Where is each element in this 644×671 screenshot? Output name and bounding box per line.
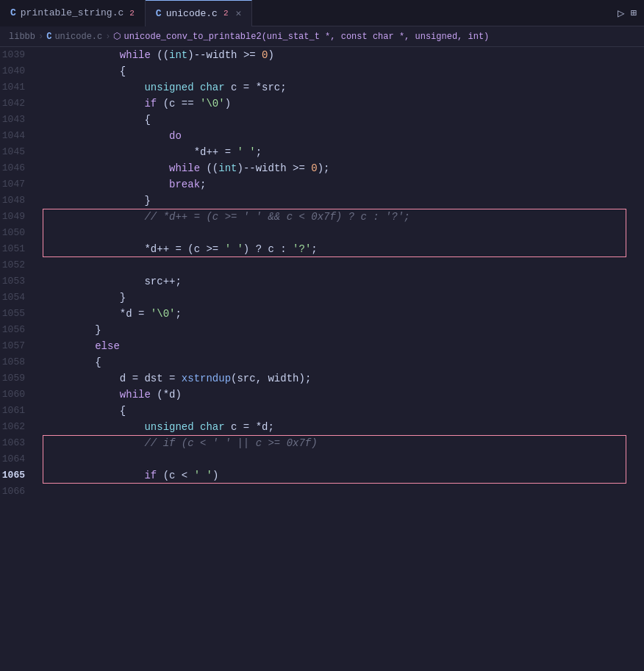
code-line-1062: unsigned char c = *d; xyxy=(46,419,644,435)
code-token: ; xyxy=(175,308,181,320)
type-keyword: int xyxy=(218,162,237,174)
code-token: *d = xyxy=(120,308,151,320)
code-token: c = *src; xyxy=(225,82,287,93)
code-line-1065: if (c < ' ') xyxy=(46,467,644,484)
indent xyxy=(46,308,120,320)
tab-bar: C printable_string.c 2 C unicode.c 2 ✕ ▷… xyxy=(0,0,644,26)
code-token: c = *d; xyxy=(225,421,274,433)
indent xyxy=(46,243,144,255)
code-token: *d++ = xyxy=(194,146,237,158)
line-num-1056: 1056 xyxy=(0,322,31,338)
close-icon[interactable]: ✕ xyxy=(236,7,242,19)
code-token xyxy=(194,82,200,93)
code-token xyxy=(194,421,200,433)
func-icon: ⬡ xyxy=(113,31,121,42)
line-num-1049: 1049 xyxy=(0,209,31,225)
breadcrumb: libbb › C C unicode.c › ⬡ unicode_conv_t… xyxy=(0,26,644,47)
line-num-1043: 1043 xyxy=(0,112,31,128)
code-token: ; xyxy=(311,243,317,255)
keyword: break xyxy=(169,179,200,190)
code-line-1044: do xyxy=(46,128,644,144)
code-token: { xyxy=(144,114,150,126)
code-line-1058: { xyxy=(46,354,644,370)
string-literal: '\0' xyxy=(151,308,176,320)
breadcrumb-unicode-c: unicode.c xyxy=(54,32,102,42)
line-num-1060: 1060 xyxy=(0,387,31,403)
string-literal: ' ' xyxy=(237,146,255,158)
line-num-1044: 1044 xyxy=(0,128,31,144)
breadcrumb-c-icon: C xyxy=(46,32,51,42)
indent xyxy=(46,373,120,384)
grid-icon[interactable]: ⊞ xyxy=(631,7,637,19)
line-num-1062: 1062 xyxy=(0,419,31,435)
number-literal: 0 xyxy=(311,162,317,174)
code-col: while ((int)--width >= 0) { unsigned cha… xyxy=(43,47,644,671)
code-token: { xyxy=(120,65,126,77)
tab-unicode[interactable]: C unicode.c 2 ✕ xyxy=(146,0,252,26)
code-area: 1039104010411042104310441045104610471048… xyxy=(0,47,644,671)
code-token: (src, width); xyxy=(231,373,311,384)
indent xyxy=(46,82,144,93)
line-num-1039: 1039 xyxy=(0,47,31,63)
keyword: while xyxy=(120,49,151,61)
code-line-1050 xyxy=(46,225,644,241)
tab-label-unicode: unicode.c xyxy=(166,8,218,19)
code-token: *d++ = (c >= xyxy=(144,243,224,255)
type-keyword: char xyxy=(200,421,225,433)
line-num-1052: 1052 xyxy=(0,257,31,273)
code-token: src++; xyxy=(144,276,181,287)
line-num-1046: 1046 xyxy=(0,160,31,176)
line-numbers: 1039104010411042104310441045104610471048… xyxy=(0,47,43,671)
code-token: } xyxy=(144,195,150,207)
keyword: else xyxy=(95,340,120,352)
code-line-1053: src++; xyxy=(46,273,644,290)
code-token: } xyxy=(95,324,101,336)
indent xyxy=(46,195,144,207)
line-num-1041: 1041 xyxy=(0,79,31,96)
keyword: while xyxy=(120,389,151,401)
tab-actions: ▷ ⊞ xyxy=(618,6,644,21)
tab-num-unicode: 2 xyxy=(223,9,229,18)
type-keyword: int xyxy=(169,49,187,61)
code-line-1043: { xyxy=(46,112,644,128)
tab-printable-string[interactable]: C printable_string.c 2 xyxy=(0,0,146,26)
type-keyword: unsigned xyxy=(144,421,193,433)
line-num-1040: 1040 xyxy=(0,63,31,79)
code-line-1049: // *d++ = (c >= ' ' && c < 0x7f) ? c : '… xyxy=(46,209,644,225)
code-token: { xyxy=(120,405,126,417)
comment: // if (c < ' ' || c >= 0x7f) xyxy=(144,437,317,449)
code-token: (*d) xyxy=(151,389,182,401)
code-token: ; xyxy=(200,179,206,190)
line-num-1051: 1051 xyxy=(0,241,31,257)
indent xyxy=(46,114,144,126)
line-num-1065: 1065 xyxy=(0,467,31,484)
keyword: do xyxy=(169,130,182,142)
line-num-1064: 1064 xyxy=(0,451,31,467)
indent xyxy=(46,437,144,449)
code-line-1060: while (*d) xyxy=(46,387,644,403)
line-num-1063: 1063 xyxy=(0,435,31,451)
indent xyxy=(46,65,120,77)
c-icon-active: C xyxy=(156,8,162,19)
code-line-1063: // if (c < ' ' || c >= 0x7f) xyxy=(46,435,644,451)
code-line-1054: } xyxy=(46,290,644,306)
code-token: ); xyxy=(318,162,330,174)
sep1: › xyxy=(38,32,43,42)
line-num-1053: 1053 xyxy=(0,273,31,290)
code-line-1055: *d = '\0'; xyxy=(46,306,644,322)
run-icon[interactable]: ▷ xyxy=(618,6,625,21)
keyword: while xyxy=(169,162,200,174)
string-literal: '?' xyxy=(293,243,311,255)
number-literal: 0 xyxy=(262,49,268,61)
code-line-1057: else xyxy=(46,338,644,354)
line-num-1058: 1058 xyxy=(0,354,31,370)
sep2: › xyxy=(105,32,110,42)
code-line-1056: } xyxy=(46,322,644,338)
code-line-1059: d = dst = xstrndup(src, width); xyxy=(46,370,644,387)
indent xyxy=(46,421,144,433)
string-literal: ' ' xyxy=(194,470,212,481)
string-literal: '\0' xyxy=(200,98,225,110)
code-token: { xyxy=(95,356,101,368)
keyword: if xyxy=(144,470,157,481)
code-line-1039: while ((int)--width >= 0) xyxy=(46,47,644,63)
